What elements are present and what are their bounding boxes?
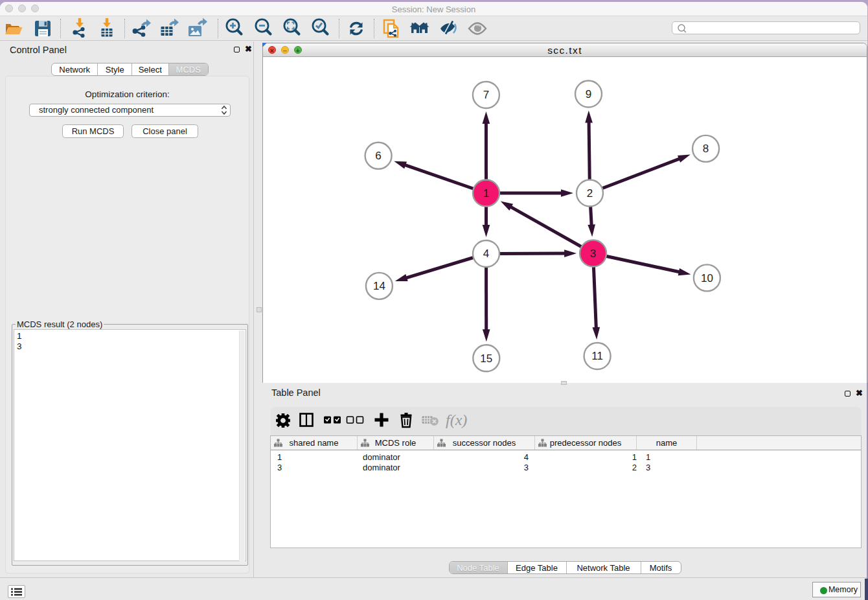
svg-text:f(x): f(x) [446, 411, 467, 428]
svg-text:7: 7 [483, 89, 489, 101]
svg-text:15: 15 [480, 352, 492, 365]
svg-text:9: 9 [586, 88, 591, 100]
svg-text:10: 10 [701, 272, 713, 284]
svg-text:14: 14 [373, 280, 385, 292]
svg-text:4: 4 [483, 248, 489, 260]
svg-text:6: 6 [375, 150, 381, 162]
svg-text:11: 11 [591, 350, 603, 362]
svg-text:3: 3 [590, 248, 596, 260]
svg-text:1: 1 [483, 187, 489, 200]
svg-text:2: 2 [587, 187, 593, 200]
svg-text:8: 8 [703, 143, 709, 155]
